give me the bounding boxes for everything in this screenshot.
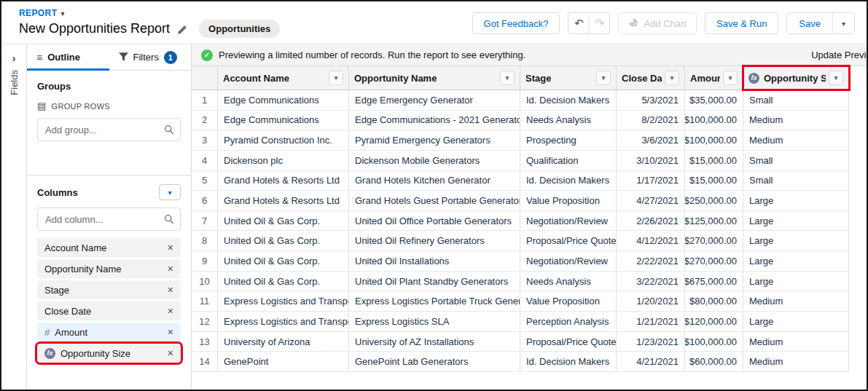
column-header-opportunity-name[interactable]: Opportunity Name ▾ bbox=[349, 66, 520, 90]
table-cell[interactable]: Negotiation/Review bbox=[520, 211, 617, 231]
table-cell[interactable]: GenePoint Lab Generators bbox=[349, 352, 520, 371]
table-cell[interactable]: 4/21/2021 bbox=[617, 352, 685, 371]
tab-filters[interactable]: Filters 1 bbox=[109, 44, 192, 70]
undo-button[interactable]: ↶ bbox=[568, 13, 589, 33]
table-cell[interactable]: $100,000.00 bbox=[685, 332, 743, 352]
table-cell[interactable]: Medium bbox=[743, 352, 849, 371]
tab-outline[interactable]: ≡ Outline bbox=[27, 44, 109, 70]
column-header-stage[interactable]: Stage ▾ bbox=[520, 66, 617, 90]
table-cell[interactable]: Proposal/Price Quote bbox=[520, 332, 617, 352]
edit-title-pencil-icon[interactable] bbox=[177, 25, 187, 35]
table-cell[interactable]: United Oil & Gas Corp. bbox=[218, 211, 349, 231]
got-feedback-button[interactable]: Got Feedback? bbox=[472, 12, 560, 34]
remove-column-icon[interactable]: × bbox=[168, 242, 173, 253]
column-menu-button[interactable]: ▾ bbox=[596, 71, 611, 85]
column-pill-opportunity-size[interactable]: fx Opportunity Size × bbox=[37, 344, 181, 363]
table-cell[interactable]: $100,000.00 bbox=[685, 130, 743, 150]
table-cell[interactable]: Express Logistics and Transport bbox=[218, 291, 349, 311]
table-cell[interactable]: 2/26/2021 bbox=[617, 211, 685, 231]
update-preview-link[interactable]: Update Preview bbox=[811, 50, 867, 60]
table-cell[interactable]: Perception Analysis bbox=[520, 312, 617, 331]
table-cell[interactable]: 5/3/2021 bbox=[617, 90, 685, 110]
table-cell[interactable]: Express Logistics SLA bbox=[349, 312, 520, 331]
table-cell[interactable]: Id. Decision Makers bbox=[520, 90, 617, 110]
column-menu-button[interactable]: ▾ bbox=[723, 71, 738, 85]
table-cell[interactable]: Needs Analysis bbox=[520, 272, 617, 291]
table-cell[interactable]: Prospecting bbox=[520, 130, 617, 150]
table-cell[interactable]: Value Proposition bbox=[520, 291, 617, 311]
table-cell[interactable]: Dickenson Mobile Generators bbox=[349, 151, 520, 170]
fields-panel-collapsed[interactable]: › Fields bbox=[1, 44, 27, 390]
remove-column-icon[interactable]: × bbox=[168, 348, 173, 358]
table-cell[interactable]: Small bbox=[743, 171, 849, 191]
table-cell[interactable]: Pyramid Emergency Generators bbox=[349, 130, 520, 150]
table-cell[interactable]: Grand Hotels & Resorts Ltd bbox=[218, 191, 349, 210]
table-cell[interactable]: Large bbox=[743, 231, 849, 250]
table-cell[interactable]: $270,000.00 bbox=[685, 231, 743, 250]
table-cell[interactable]: Express Logistics Portable Truck Generat… bbox=[349, 291, 520, 311]
table-cell[interactable]: 1/20/2021 bbox=[617, 291, 685, 311]
column-menu-button[interactable]: ▾ bbox=[500, 71, 515, 85]
table-cell[interactable]: 3/22/2021 bbox=[617, 272, 685, 291]
table-cell[interactable]: United Oil Installations bbox=[349, 251, 520, 271]
column-header-close-date[interactable]: Close Date ▾ bbox=[617, 66, 685, 90]
table-cell[interactable]: Proposal/Price Quote bbox=[520, 231, 617, 250]
table-cell[interactable]: United Oil Office Portable Generators bbox=[349, 211, 520, 231]
table-cell[interactable]: Dickenson plc bbox=[218, 151, 349, 170]
table-cell[interactable]: Negotiation/Review bbox=[520, 251, 617, 271]
table-cell[interactable]: 8/2/2021 bbox=[617, 111, 685, 130]
column-menu-button[interactable]: ▾ bbox=[665, 71, 679, 85]
column-pill-opportunity-name[interactable]: Opportunity Name × bbox=[37, 259, 181, 278]
columns-menu-button[interactable]: ▾ bbox=[159, 184, 181, 200]
column-header-account-name[interactable]: Account Name ▾ bbox=[218, 66, 349, 90]
table-cell[interactable]: $60,000.00 bbox=[685, 352, 743, 371]
table-cell[interactable]: Grand Hotels Guest Portable Generators bbox=[349, 191, 520, 210]
remove-column-icon[interactable]: × bbox=[168, 285, 173, 295]
table-cell[interactable]: Large bbox=[743, 251, 849, 271]
table-cell[interactable]: Small bbox=[743, 151, 849, 170]
table-cell[interactable]: 2/22/2021 bbox=[617, 251, 685, 271]
table-cell[interactable]: Edge Communications bbox=[218, 111, 349, 130]
table-cell[interactable]: Id. Decision Makers bbox=[520, 171, 617, 191]
table-cell[interactable]: Large bbox=[743, 191, 849, 210]
remove-column-icon[interactable]: × bbox=[168, 327, 173, 337]
table-cell[interactable]: Edge Emergency Generator bbox=[349, 90, 520, 110]
column-pill-close-date[interactable]: Close Date × bbox=[37, 301, 181, 320]
table-cell[interactable]: Large bbox=[743, 312, 849, 331]
table-cell[interactable]: Express Logistics and Transport bbox=[218, 312, 349, 331]
table-cell[interactable]: Grand Hotels & Resorts Ltd bbox=[218, 171, 349, 191]
column-pill-account-name[interactable]: Account Name × bbox=[37, 238, 181, 257]
table-cell[interactable]: Medium bbox=[743, 332, 849, 352]
table-cell[interactable]: Edge Communications bbox=[218, 90, 349, 110]
table-cell[interactable]: 1/21/2021 bbox=[617, 312, 685, 331]
table-cell[interactable]: Medium bbox=[743, 111, 849, 130]
table-cell[interactable]: 1/23/2021 bbox=[617, 332, 685, 352]
report-type-menu[interactable]: REPORT ▾ bbox=[19, 8, 280, 18]
table-cell[interactable]: $270,000.00 bbox=[685, 251, 743, 271]
table-cell[interactable]: 4/27/2021 bbox=[617, 191, 685, 210]
table-cell[interactable]: $120,000.00 bbox=[685, 312, 743, 331]
column-menu-button[interactable]: ▾ bbox=[329, 71, 343, 85]
table-cell[interactable]: Large bbox=[743, 211, 849, 231]
table-cell[interactable]: 3/10/2021 bbox=[617, 151, 685, 170]
table-cell[interactable]: $35,000.00 bbox=[685, 90, 743, 110]
table-cell[interactable]: Id. Decision Makers bbox=[520, 352, 617, 371]
table-cell[interactable]: United Oil & Gas Corp. bbox=[218, 272, 349, 291]
table-cell[interactable]: $125,000.00 bbox=[685, 211, 743, 231]
table-cell[interactable]: Value Proposition bbox=[520, 191, 617, 210]
table-cell[interactable]: 1/17/2021 bbox=[617, 171, 685, 191]
remove-column-icon[interactable]: × bbox=[168, 306, 173, 316]
table-cell[interactable]: Large bbox=[743, 272, 849, 291]
save-and-run-button[interactable]: Save & Run bbox=[705, 12, 778, 34]
table-cell[interactable]: $15,000.00 bbox=[685, 171, 743, 191]
table-cell[interactable]: United Oil & Gas Corp. bbox=[218, 251, 349, 271]
column-pill-stage[interactable]: Stage × bbox=[37, 280, 181, 299]
table-cell[interactable]: 3/6/2021 bbox=[617, 130, 685, 150]
table-cell[interactable]: Needs Analysis bbox=[520, 111, 617, 130]
add-column-input[interactable] bbox=[37, 208, 181, 231]
table-cell[interactable]: $250,000.00 bbox=[685, 191, 743, 210]
table-cell[interactable]: Pyramid Construction Inc. bbox=[218, 130, 349, 150]
column-header-opportunity-size[interactable]: fx Opportunity Size ▾ bbox=[743, 66, 849, 90]
table-cell[interactable]: United Oil Refinery Generators bbox=[349, 231, 520, 250]
table-cell[interactable]: United Oil Plant Standby Generators bbox=[349, 272, 520, 291]
